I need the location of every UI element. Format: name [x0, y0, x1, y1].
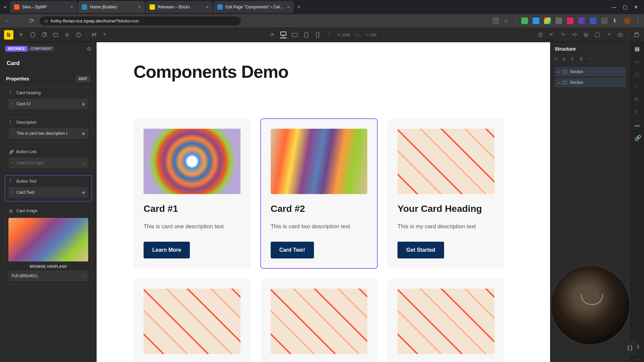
extension-icon[interactable] [578, 17, 585, 24]
rail-link-icon[interactable]: 🔗 [635, 135, 641, 141]
code-panel-button[interactable]: { } [623, 341, 637, 355]
component-settings-icon[interactable]: ⚙ [87, 46, 91, 52]
card-image[interactable] [144, 129, 240, 194]
link-type-select[interactable]: Select link type⌄ [8, 158, 88, 168]
card-image[interactable] [144, 289, 240, 354]
extension-icon[interactable] [567, 17, 574, 24]
rail-div-icon[interactable]: ▫ [635, 84, 641, 90]
rail-block-icon[interactable]: ◻ [635, 71, 641, 77]
save-icon[interactable] [633, 32, 640, 38]
dropdown-icon[interactable]: ◆ [82, 102, 85, 106]
card-image[interactable] [271, 129, 368, 194]
browser-tab[interactable]: Edit Page "Components" ‹ Cwic… × [213, 1, 294, 13]
card-component[interactable] [387, 279, 504, 362]
bookmark-icon[interactable]: ☆ [504, 17, 511, 24]
extension-icon[interactable] [521, 17, 528, 24]
at-label[interactable]: AT [92, 33, 97, 37]
dropdown-icon[interactable] [3, 5, 7, 9]
expand-icon[interactable]: ⤢ [588, 56, 592, 62]
bricks-logo[interactable]: b [4, 30, 13, 40]
chevron-right-icon[interactable]: ▸ [558, 81, 560, 84]
shield-icon[interactable] [30, 32, 36, 38]
close-window-button[interactable]: ✕ [634, 4, 638, 10]
revisions-icon[interactable] [537, 32, 544, 38]
image-size-select[interactable]: Full (600x401)⌄ [8, 270, 88, 281]
desktop-view-icon[interactable] [280, 32, 287, 38]
pages-icon[interactable] [52, 32, 59, 38]
canvas-zoom[interactable]: 100 [370, 33, 376, 37]
canvas-width[interactable]: 1326 [342, 33, 350, 37]
rail-container-icon[interactable]: ▭ [635, 58, 641, 64]
tab-close-icon[interactable]: × [138, 4, 141, 10]
tab-close-icon[interactable]: × [287, 4, 290, 10]
add-element-icon[interactable]: + [101, 32, 108, 38]
tablet-landscape-icon[interactable] [291, 32, 298, 38]
refresh-icon[interactable]: ⟳ [269, 32, 275, 38]
card-image[interactable] [397, 129, 494, 194]
structure-node-section[interactable]: ▸ Section [555, 78, 626, 87]
card-button[interactable]: Learn More [144, 242, 190, 258]
site-info-icon[interactable]: ⊙ [44, 18, 48, 23]
card-description[interactable]: This is my card description text [397, 222, 494, 231]
card-button[interactable]: Get Started [397, 242, 444, 258]
edit-properties-button[interactable]: EDIT [75, 75, 91, 82]
delete-all-icon[interactable]: 🗑 [579, 56, 583, 62]
rail-text-icon[interactable]: T [635, 109, 641, 115]
forward-button[interactable]: → [15, 17, 23, 24]
profile-avatar[interactable] [624, 17, 631, 24]
wordpress-icon[interactable] [594, 32, 601, 38]
dropdown-icon[interactable]: ◆ [82, 190, 85, 195]
browser-tab[interactable]: Home (Builder) × [78, 1, 145, 13]
card-description[interactable]: This is card one description text [144, 222, 240, 231]
extension-icon[interactable] [544, 17, 551, 24]
new-tab-button[interactable]: + [294, 4, 304, 11]
maximize-button[interactable]: ▢ [623, 4, 627, 10]
external-link-icon[interactable]: ↗ [605, 32, 612, 38]
card-heading[interactable]: Card #1 [144, 203, 240, 214]
extension-icon[interactable] [590, 17, 596, 24]
copy-icon[interactable] [41, 32, 48, 38]
paste-structure-icon[interactable]: ◈ [562, 56, 566, 62]
settings-icon[interactable] [64, 32, 70, 38]
chrome-menu-icon[interactable]: ⋮ [635, 18, 641, 24]
structure-node-section[interactable]: ▸ Section [555, 67, 626, 76]
back-button[interactable]: ← [3, 17, 11, 24]
dropdown-icon[interactable]: ◆ [82, 131, 85, 136]
image-thumbnail[interactable] [8, 218, 88, 261]
browser-tab[interactable]: Sites - ZipWP × [10, 1, 77, 13]
card-image[interactable] [271, 289, 368, 354]
redo-icon[interactable]: ↷ [560, 32, 567, 38]
chevron-down-icon[interactable]: ⌄ [82, 161, 85, 165]
description-input[interactable]: This is card two description t◆ [8, 128, 88, 139]
browser-tab[interactable]: Releases – Bricks × [146, 1, 213, 13]
preview-icon[interactable] [617, 32, 624, 38]
copy-structure-icon[interactable]: ⧉ [555, 56, 558, 62]
undo-icon[interactable]: ↶ [548, 32, 555, 38]
install-app-icon[interactable] [492, 17, 499, 24]
extensions-menu-icon[interactable] [601, 17, 608, 24]
tab-close-icon[interactable]: × [206, 4, 209, 10]
rail-more-icon[interactable]: ⋯ [635, 356, 641, 362]
help-icon[interactable]: ? [75, 32, 82, 38]
rail-button-icon[interactable]: ▬ [635, 122, 641, 128]
card-button[interactable]: Card Two! [271, 242, 314, 258]
card-component[interactable]: Card #1 This is card one description tex… [133, 119, 251, 268]
extension-icon[interactable] [555, 17, 562, 24]
heading-input[interactable]: Card #2◆ [8, 99, 88, 109]
more-breakpoints-icon[interactable]: ⋮ [326, 32, 332, 38]
browse-unsplash-button[interactable]: BROWSE UNSPLASH [8, 261, 88, 270]
layers-icon[interactable] [583, 32, 589, 38]
card-component[interactable]: Your Card Heading This is my card descri… [387, 119, 504, 268]
button-text-input[interactable]: Card Two!◆ [8, 187, 88, 198]
rail-structure-icon[interactable]: ▤ [635, 46, 641, 52]
card-component[interactable] [261, 279, 378, 362]
canvas-height[interactable]: – [359, 33, 361, 37]
downloads-icon[interactable]: ⬇ [612, 17, 619, 24]
history-icon[interactable]: ⟲ [571, 32, 578, 38]
card-component[interactable] [133, 279, 251, 362]
url-input[interactable]: ⊙ frothy-florian-tcd.zipwp.dev/home/?bri… [40, 16, 241, 25]
rail-heading-icon[interactable]: H [635, 97, 641, 103]
card-component[interactable]: Card #2 This is card two description tex… [261, 119, 378, 268]
minimize-button[interactable]: — [611, 4, 616, 10]
card-heading[interactable]: Your Card Heading [397, 203, 494, 214]
